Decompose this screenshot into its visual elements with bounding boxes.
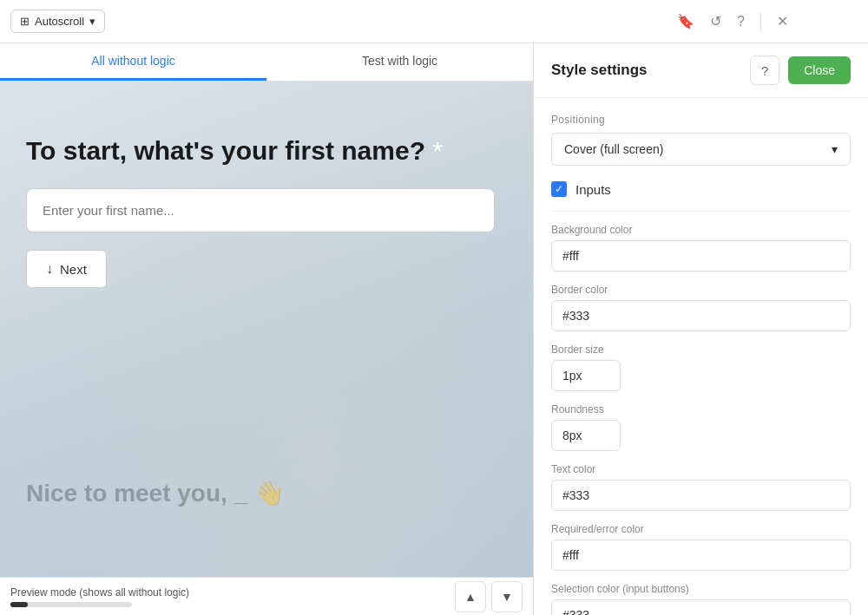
next-arrow-icon: ↓ bbox=[46, 261, 53, 277]
divider-1 bbox=[551, 211, 851, 212]
preview-mode-info: Preview mode (shows all without logic) bbox=[10, 586, 189, 607]
border-size-input[interactable] bbox=[551, 360, 621, 391]
help-icon[interactable]: ? bbox=[737, 14, 745, 29]
right-panel: Style settings ? Close Positioning Cover… bbox=[534, 43, 868, 615]
roundness-field: Roundness bbox=[551, 403, 851, 451]
nav-up-button[interactable]: ▲ bbox=[455, 581, 486, 612]
inputs-row: ✓ Inputs bbox=[551, 181, 851, 197]
bookmark-icon[interactable]: 🔖 bbox=[677, 13, 694, 29]
border-color-label: Border color bbox=[551, 284, 851, 296]
bg-color-label: Background color bbox=[551, 224, 851, 236]
bg-color-field: Background color bbox=[551, 224, 851, 272]
refresh-icon[interactable]: ↺ bbox=[710, 13, 721, 29]
inputs-label: Inputs bbox=[575, 182, 611, 197]
positioning-dropdown[interactable]: Cover (full screen) ▾ bbox=[551, 133, 851, 166]
positioning-field: Positioning Cover (full screen) ▾ bbox=[551, 114, 851, 166]
style-close-button[interactable]: Close bbox=[788, 56, 851, 84]
header-actions: ? Close bbox=[750, 56, 851, 85]
text-color-field: Text color bbox=[551, 463, 851, 511]
roundness-input[interactable] bbox=[551, 420, 621, 451]
required-error-input[interactable] bbox=[551, 540, 851, 571]
selection-color-input[interactable] bbox=[551, 599, 851, 615]
nav-arrows: ▲ ▼ bbox=[455, 581, 523, 612]
next-button[interactable]: ↓ Next bbox=[26, 250, 107, 288]
required-star: * bbox=[432, 136, 443, 165]
bg-color-input[interactable] bbox=[551, 240, 851, 272]
main-layout: All without logic Test with logic To sta… bbox=[0, 43, 868, 615]
left-panel: All without logic Test with logic To sta… bbox=[0, 43, 534, 615]
autoscroll-icon: ⊞ bbox=[20, 15, 30, 28]
text-color-label: Text color bbox=[551, 463, 851, 475]
checkmark-icon: ✓ bbox=[555, 183, 563, 195]
hand-emoji: 👋 bbox=[254, 480, 285, 507]
progress-fill bbox=[10, 602, 28, 607]
inputs-checkbox[interactable]: ✓ bbox=[551, 181, 567, 197]
autoscroll-label: Autoscroll bbox=[35, 15, 84, 28]
style-settings-header: Style settings ? Close bbox=[534, 43, 868, 98]
tab-all-without-logic[interactable]: All without logic bbox=[0, 43, 266, 81]
border-size-field: Border size bbox=[551, 343, 851, 391]
progress-track bbox=[10, 602, 132, 607]
tab-bar: All without logic Test with logic bbox=[0, 43, 533, 82]
preview-content: To start, what's your first name? * ↓ Ne… bbox=[0, 82, 533, 314]
dropdown-chevron-icon: ▾ bbox=[832, 142, 838, 156]
style-settings-title: Style settings bbox=[551, 62, 648, 79]
text-color-input[interactable] bbox=[551, 480, 851, 511]
border-color-input[interactable] bbox=[551, 300, 851, 331]
nav-down-button[interactable]: ▼ bbox=[491, 581, 523, 612]
autoscroll-button[interactable]: ⊞ Autoscroll ▾ bbox=[10, 10, 105, 33]
positioning-label: Positioning bbox=[551, 114, 851, 126]
preview-mode-text: Preview mode (shows all without logic) bbox=[10, 586, 189, 599]
separator bbox=[760, 12, 761, 31]
preview-area: To start, what's your first name? * ↓ Ne… bbox=[0, 82, 533, 577]
close-icon[interactable]: ✕ bbox=[777, 13, 788, 29]
selection-color-label: Selection color (input buttons) bbox=[551, 583, 851, 595]
tab-test-with-logic[interactable]: Test with logic bbox=[266, 43, 533, 81]
chevron-down-icon: ▾ bbox=[89, 15, 95, 28]
top-bar-actions: 🔖 ↺ ? ✕ bbox=[677, 12, 788, 31]
name-input[interactable] bbox=[26, 188, 495, 232]
selection-color-field: Selection color (input buttons) bbox=[551, 583, 851, 615]
style-help-button[interactable]: ? bbox=[750, 56, 779, 85]
border-size-label: Border size bbox=[551, 343, 851, 356]
required-error-label: Required/error color bbox=[551, 523, 851, 535]
style-body: Positioning Cover (full screen) ▾ ✓ Inpu… bbox=[534, 98, 868, 615]
roundness-label: Roundness bbox=[551, 403, 851, 415]
preview-mode-bar: Preview mode (shows all without logic) ▲… bbox=[0, 577, 533, 615]
question-title: To start, what's your first name? * bbox=[26, 134, 507, 167]
border-color-field: Border color bbox=[551, 284, 851, 331]
help-question-icon: ? bbox=[761, 63, 768, 78]
top-bar: ⊞ Autoscroll ▾ 🔖 ↺ ? ✕ bbox=[0, 0, 868, 43]
nice-to-meet-text: Nice to meet you, _ 👋 bbox=[26, 479, 285, 507]
down-arrow-icon: ▼ bbox=[501, 590, 513, 604]
up-arrow-icon: ▲ bbox=[464, 590, 477, 604]
required-error-field: Required/error color bbox=[551, 523, 851, 571]
